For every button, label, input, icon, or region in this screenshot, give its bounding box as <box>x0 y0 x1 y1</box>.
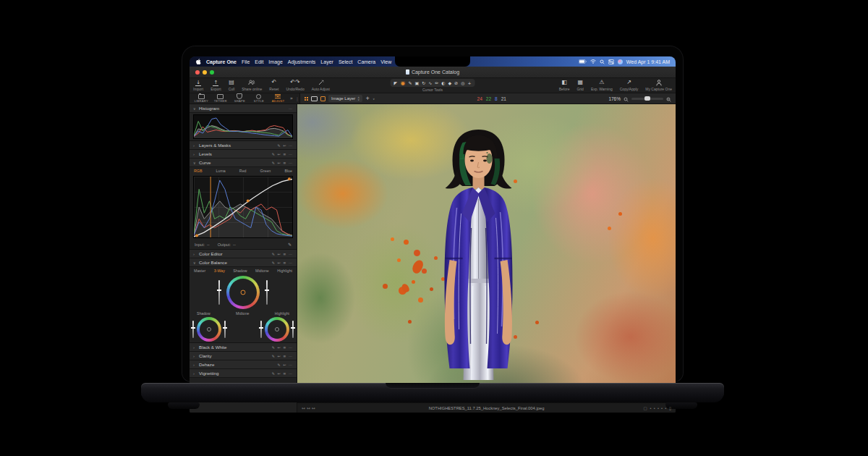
wheel-handle[interactable] <box>241 290 246 295</box>
photo-canvas[interactable] <box>297 104 676 402</box>
cursor-tools-strip[interactable]: ◤ ● ✎ ▣ ↻ ∿ ✏ ◐ ◆ ⊘ ◎ + <box>391 79 475 87</box>
keystone-tool-icon[interactable]: ∿ <box>428 81 432 85</box>
midtone-color-wheel[interactable] <box>226 276 260 309</box>
heal-tool-icon[interactable]: ⊘ <box>454 81 458 85</box>
curve-tab-green[interactable]: Green <box>260 169 271 173</box>
menu-select[interactable]: Select <box>339 59 352 64</box>
menu-datetime[interactable]: Wed Apr 1 9:41 AM <box>626 59 670 64</box>
menu-image[interactable]: Image <box>268 59 282 64</box>
shadow-saturation-slider[interactable] <box>192 321 194 338</box>
tone-curve-plot[interactable] <box>193 176 293 238</box>
curve-tab-luma[interactable]: Luma <box>216 169 226 173</box>
clone-tool-icon[interactable]: ◎ <box>461 81 464 85</box>
tab-style[interactable]: STYLE <box>250 94 268 103</box>
panel-header-layers-masks[interactable]: › Layers & Masks ✎ ↩ ⋯ <box>190 141 297 150</box>
siri-icon[interactable] <box>618 59 623 64</box>
panel-tool-icons[interactable]: ✎ ↩ ⋯ <box>277 363 293 367</box>
shadow-color-wheel[interactable] <box>197 317 221 342</box>
panel-tool-icons[interactable]: ✎ ↩ ≡ ⋯ <box>272 152 293 156</box>
shadow-lightness-slider[interactable] <box>224 321 226 338</box>
undo-redo-button[interactable]: ↶↷ Undo/Redo <box>282 78 307 93</box>
gradient-mask-tool-icon[interactable]: ◆ <box>448 81 451 85</box>
curve-picker-icon[interactable]: ✎ <box>288 242 292 247</box>
tab-shape[interactable]: SHAPE <box>231 94 249 103</box>
curve-tab-blue[interactable]: Blue <box>284 169 292 173</box>
zoom-level[interactable]: 176% <box>608 96 621 101</box>
panel-header-levels[interactable]: › Levels ✎ ↩ ≡ ⋯ <box>190 150 297 159</box>
menu-layer[interactable]: Layer <box>320 59 333 64</box>
share-online-button[interactable]: Share online <box>238 78 265 93</box>
crop-tool-icon[interactable]: ▣ <box>414 81 419 85</box>
panel-header-curve[interactable]: ∨ Curve ✎ ↩ ≡ ⋯ <box>190 159 297 167</box>
zoom-slider-knob[interactable] <box>644 96 650 101</box>
thumbnails-view-icon[interactable] <box>305 97 308 101</box>
panel-header-color-balance[interactable]: ∨ Color Balance ✎ ↩ ≡ ⋯ <box>190 258 297 267</box>
cb-tab-shadow[interactable]: Shadow <box>233 269 247 273</box>
panel-tool-icons[interactable]: ✎ ↩ ≡ ⋯ <box>272 261 293 265</box>
panel-tool-icons[interactable]: ✎ ↩ ≡ ⋯ <box>272 354 293 358</box>
export-button[interactable]: ↑ Export <box>207 78 224 93</box>
layer-select[interactable]: Image Layer ∧∨ <box>328 95 362 102</box>
menu-camera[interactable]: Camera <box>357 59 375 64</box>
pan-tool-icon[interactable]: ● <box>400 81 405 85</box>
tabs-overflow-icon[interactable]: ⋮ <box>295 96 299 101</box>
panel-header-vignetting[interactable]: › Vignetting ✎ ↩ ≡ ⋯ <box>190 369 297 378</box>
battery-icon[interactable] <box>579 59 587 64</box>
curve-tab-rgb[interactable]: RGB <box>194 169 202 173</box>
menu-edit[interactable]: Edit <box>255 59 263 64</box>
control-center-icon[interactable] <box>608 59 614 64</box>
wheel-handle[interactable] <box>275 327 279 332</box>
trash-icon[interactable]: ▯ <box>669 406 671 410</box>
pick-tool-icon[interactable]: ✎ <box>408 81 412 85</box>
panel-tool-icons[interactable]: ✎ ↩ ≡ ⋯ <box>272 371 293 376</box>
grid-toggle-button[interactable]: ▦ Grid <box>573 78 587 93</box>
panel-header-dehaze[interactable]: › Dehaze ✎ ↩ ⋯ <box>190 360 297 369</box>
menu-file[interactable]: File <box>242 59 250 64</box>
zoom-out-icon[interactable] <box>624 92 629 105</box>
tab-tether[interactable]: TETHER <box>212 94 230 103</box>
menu-app-name[interactable]: Capture One <box>206 59 237 64</box>
zoom-in-icon[interactable] <box>666 92 671 105</box>
reset-button[interactable]: ↶ Reset <box>265 78 282 93</box>
draw-mask-tool-icon[interactable]: ✏ <box>435 81 438 85</box>
spot-tool-icon[interactable]: + <box>467 81 471 85</box>
menu-view[interactable]: View <box>380 59 391 64</box>
tab-library[interactable]: LIBRARY <box>192 94 210 103</box>
expand-tabs-icon[interactable]: » <box>290 96 293 101</box>
exposure-warning-button[interactable]: ⚠ Exp. Warning <box>587 78 616 93</box>
panel-tool-icons[interactable]: ✎ ↩ ≡ ⋯ <box>272 345 293 350</box>
panel-header-clarity[interactable]: › Clarity ✎ ↩ ≡ ⋯ <box>190 352 297 360</box>
viewer-view-icon[interactable] <box>311 96 318 101</box>
zoom-slider[interactable] <box>631 98 663 100</box>
rotate-tool-icon[interactable]: ↻ <box>422 81 425 85</box>
my-capture-one-button[interactable]: My Capture One <box>642 78 676 93</box>
search-icon[interactable] <box>600 59 605 64</box>
rating-dots[interactable]: ∙ ∙ ∙ ∙ ∙ <box>650 406 667 410</box>
wheel-handle[interactable] <box>207 327 211 332</box>
import-button[interactable]: ↓ Import <box>190 78 207 93</box>
panel-header-black-white[interactable]: › Black & White ✎ ↩ ≡ ⋯ <box>190 343 297 352</box>
before-toggle-button[interactable]: ◧ Before <box>556 78 574 93</box>
wifi-icon[interactable] <box>590 59 596 64</box>
auto-adjust-button[interactable]: Auto Adjust <box>308 78 333 93</box>
add-layer-button[interactable]: + <box>365 96 370 101</box>
apple-logo-icon[interactable] <box>196 59 201 64</box>
cb-tab-master[interactable]: Master <box>194 269 205 273</box>
proof-view-icon[interactable] <box>320 96 326 101</box>
highlight-lightness-slider[interactable] <box>292 321 294 338</box>
curve-tab-red[interactable]: Red <box>239 169 247 173</box>
panel-header-histogram[interactable]: ∨ Histogram ⋯ <box>190 104 297 113</box>
highlight-saturation-slider[interactable] <box>260 321 262 338</box>
panel-tool-icons[interactable]: ✎ ↩ ≡ ⋯ <box>272 252 293 256</box>
midtone-saturation-slider[interactable] <box>218 280 220 305</box>
select-tool-icon[interactable]: ◤ <box>394 81 398 85</box>
frame-toggle-icon[interactable]: ▢ <box>644 406 647 410</box>
erase-mask-tool-icon[interactable]: ◐ <box>441 81 445 85</box>
midtone-lightness-slider[interactable] <box>266 280 268 305</box>
tab-adjust[interactable]: ADJUST <box>269 94 287 103</box>
cb-tab-midtone[interactable]: Midtone <box>255 269 269 273</box>
copy-apply-button[interactable]: ↗ Copy/Apply <box>616 78 642 93</box>
cb-tab-highlight[interactable]: Highlight <box>277 269 292 273</box>
highlight-color-wheel[interactable] <box>265 317 289 342</box>
panel-tool-icons[interactable]: ✎ ↩ ⋯ <box>277 143 293 148</box>
